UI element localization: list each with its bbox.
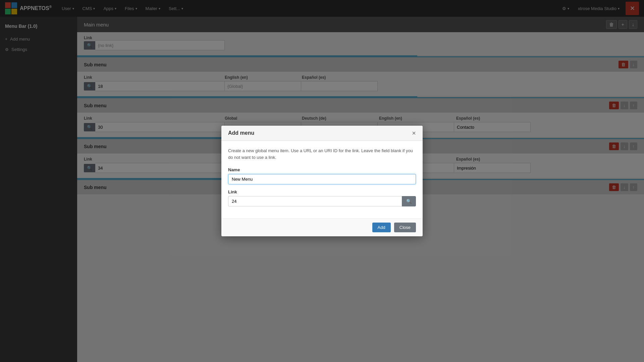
add-button[interactable]: Add <box>372 223 391 232</box>
name-label: Name <box>228 167 416 172</box>
modal-body: Create a new global menu item. Use a URL… <box>221 141 423 218</box>
modal-link-input[interactable] <box>228 196 402 206</box>
modal-close-x-button[interactable]: × <box>412 130 416 136</box>
modal-footer: Add Close <box>221 218 423 236</box>
modal-header: Add menu × <box>221 126 423 141</box>
close-button[interactable]: Close <box>394 223 416 232</box>
modal-link-search-button[interactable]: 🔍 <box>402 196 416 206</box>
link-label-modal: Link <box>228 189 416 194</box>
name-form-group: Name <box>228 167 416 184</box>
name-input[interactable] <box>228 174 416 184</box>
modal-title: Add menu <box>228 130 254 136</box>
modal-description: Create a new global menu item. Use a URL… <box>228 147 416 161</box>
modal-overlay: Add menu × Create a new global menu item… <box>0 0 644 362</box>
add-menu-modal: Add menu × Create a new global menu item… <box>221 126 423 236</box>
link-form-group: Link 🔍 <box>228 189 416 206</box>
modal-link-group: 🔍 <box>228 196 416 206</box>
